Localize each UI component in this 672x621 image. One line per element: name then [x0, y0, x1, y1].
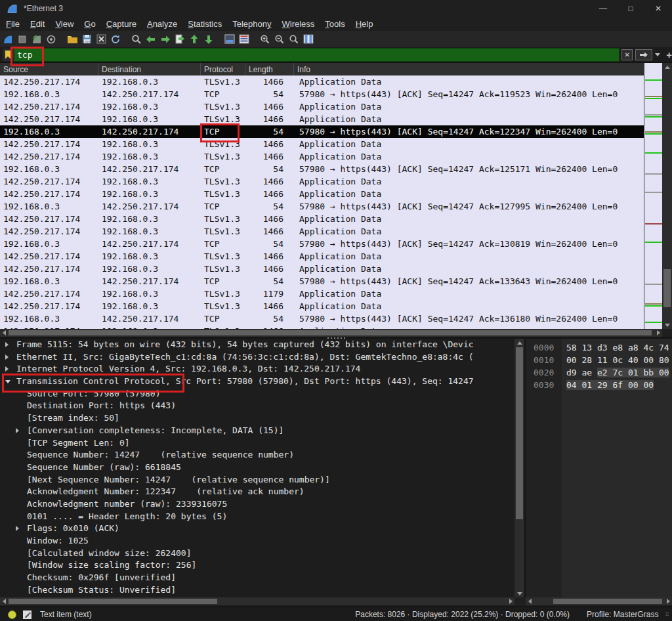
menu-analyze[interactable]: Analyze	[142, 18, 182, 30]
packet-row[interactable]: 192.168.0.3142.250.217.174TCP5457980 → h…	[0, 163, 644, 175]
detail-tree-item[interactable]: Frame 5115: 54 bytes on wire (432 bits),…	[0, 339, 514, 351]
filter-apply-icon[interactable]	[635, 49, 652, 60]
detail-tree-item[interactable]: [Stream index: 50]	[0, 412, 514, 425]
packet-row[interactable]: 142.250.217.174192.168.0.3TLSv1.31466App…	[0, 263, 644, 275]
packet-list-horizontal-scrollbar[interactable]	[0, 329, 662, 337]
hex-byte[interactable]: 00	[566, 355, 581, 365]
packet-row[interactable]: 142.250.217.174192.168.0.3TLSv1.31466App…	[0, 175, 644, 188]
expander-closed-icon[interactable]	[5, 366, 9, 372]
column-header-protocol[interactable]: Protocol	[201, 63, 245, 75]
bytes-horizontal-scrollbar[interactable]	[526, 597, 672, 605]
scroll-right-icon[interactable]	[507, 597, 514, 605]
detail-tree-item[interactable]: Ethernet II, Src: GigaByteTech_c1:cd:8a …	[0, 351, 514, 364]
scroll-left-icon[interactable]	[526, 597, 534, 605]
detail-tree-item[interactable]: Sequence Number (raw): 6618845	[0, 461, 514, 474]
hex-byte[interactable]: d3	[597, 343, 612, 353]
scroll-up-icon[interactable]	[662, 63, 672, 71]
filter-bookmark-icon[interactable]	[3, 49, 14, 61]
bytes-hscroll-thumb[interactable]	[553, 599, 662, 604]
menu-statistics[interactable]: Statistics	[183, 18, 226, 30]
packet-row[interactable]: 192.168.0.3142.250.217.174TCP5457980 → h…	[0, 200, 644, 213]
hex-byte[interactable]: 00	[659, 368, 669, 377]
hex-byte[interactable]: 00	[643, 380, 654, 390]
capture-options-icon[interactable]	[45, 33, 58, 46]
scroll-up-icon[interactable]	[514, 339, 524, 347]
zoom-out-icon[interactable]	[273, 33, 286, 46]
scroll-left-icon[interactable]	[0, 597, 8, 605]
hex-byte[interactable]: 80	[659, 355, 669, 365]
minimize-button[interactable]: —	[589, 0, 617, 17]
capture-comment-icon[interactable]	[23, 610, 32, 619]
reload-file-icon[interactable]	[109, 33, 122, 46]
hex-byte[interactable]: 00	[643, 355, 658, 365]
details-scroll-thumb[interactable]	[516, 347, 523, 519]
expander-closed-icon[interactable]	[5, 354, 9, 360]
menu-help[interactable]: Help	[351, 18, 378, 30]
column-header-destination[interactable]: Destination	[98, 63, 201, 75]
hex-byte[interactable]: 29	[597, 380, 612, 390]
packet-row[interactable]: 192.168.0.3142.250.217.174TCP5457980 → h…	[0, 275, 644, 288]
column-header-info[interactable]: Info	[294, 63, 644, 75]
scroll-right-icon[interactable]	[654, 329, 662, 337]
packet-list-scroll-thumb[interactable]	[663, 269, 671, 307]
display-filter-input[interactable]: tcp	[14, 48, 620, 62]
expander-closed-icon[interactable]	[16, 428, 19, 433]
packet-row[interactable]: 142.250.217.174192.168.0.3TLSv1.31466App…	[0, 188, 644, 200]
details-hscroll-thumb[interactable]	[9, 599, 217, 604]
packet-row[interactable]: 142.250.217.174192.168.0.3TLSv1.31466App…	[0, 250, 644, 263]
hex-byte[interactable]: 6f	[612, 380, 627, 390]
menu-edit[interactable]: Edit	[26, 18, 49, 30]
hex-byte[interactable]: 11	[597, 355, 612, 365]
detail-tree-item[interactable]: [Checksum Status: Unverified]	[0, 584, 514, 597]
hex-byte[interactable]: 28	[581, 355, 597, 365]
close-file-icon[interactable]	[94, 33, 108, 46]
expander-closed-icon[interactable]	[5, 342, 9, 347]
packet-row[interactable]: 142.250.217.174192.168.0.3TLSv1.31466App…	[0, 138, 644, 150]
menu-tools[interactable]: Tools	[320, 18, 349, 30]
go-first-packet-icon[interactable]	[188, 33, 201, 46]
hex-byte[interactable]: d9	[566, 368, 581, 377]
scroll-down-icon[interactable]	[662, 321, 672, 329]
packet-row[interactable]: 192.168.0.3142.250.217.174TCP5457980 → h…	[0, 238, 644, 250]
packet-row[interactable]: 142.250.217.174192.168.0.3TLSv1.31466App…	[0, 213, 644, 225]
stop-capture-icon[interactable]	[16, 33, 29, 46]
menu-file[interactable]: File	[1, 18, 24, 30]
packet-row[interactable]: 142.250.217.174192.168.0.3TLSv1.31466App…	[0, 300, 644, 312]
packet-row[interactable]: 142.250.217.174192.168.0.3TLSv1.31466App…	[0, 225, 644, 238]
packet-row-selected[interactable]: 192.168.0.3142.250.217.174TCP5457980 → h…	[0, 125, 644, 138]
hex-byte[interactable]: ae	[581, 368, 597, 377]
hex-byte[interactable]: 4c	[643, 343, 658, 353]
maximize-button[interactable]: □	[617, 0, 644, 17]
hex-byte[interactable]: 01	[581, 380, 597, 390]
hex-byte[interactable]: e2	[597, 368, 612, 377]
scroll-left-icon[interactable]	[0, 329, 8, 337]
hex-byte[interactable]: 04	[566, 380, 581, 390]
menu-capture[interactable]: Capture	[102, 18, 141, 30]
packet-row[interactable]: 192.168.0.3142.250.217.174TCP5457980 → h…	[0, 312, 644, 325]
packet-row[interactable]: 192.168.0.3142.250.217.174TCP5457980 → h…	[0, 88, 644, 100]
menu-telephony[interactable]: Telephony	[228, 18, 276, 30]
detail-tree-item[interactable]: 0101 .... = Header Length: 20 bytes (5)	[0, 511, 514, 523]
column-header-length[interactable]: Length	[245, 63, 294, 75]
resize-grip[interactable]: ⠿	[665, 611, 669, 618]
detail-tree-item[interactable]: Acknowledgment Number: 122347 (relative …	[0, 486, 514, 498]
expander-closed-icon[interactable]	[16, 526, 19, 531]
status-profile[interactable]: Profile: MasterGrass	[587, 610, 658, 619]
go-to-packet-icon[interactable]	[173, 33, 186, 46]
find-packet-icon[interactable]	[130, 33, 143, 46]
filter-history-chevron-icon[interactable]	[655, 53, 660, 56]
hex-byte[interactable]: 0c	[612, 355, 627, 365]
expert-info-icon[interactable]	[8, 610, 16, 619]
packet-row[interactable]: 142.250.217.174192.168.0.3TLSv1.31179App…	[0, 288, 644, 300]
go-forward-icon[interactable]	[159, 33, 172, 46]
zoom-original-icon[interactable]	[287, 33, 301, 46]
hex-byte[interactable]: 40	[628, 355, 643, 365]
detail-tree-item[interactable]: Flags: 0x010 (ACK)	[0, 523, 514, 535]
hex-byte[interactable]: 13	[581, 343, 597, 353]
filter-add-button[interactable]: +	[666, 49, 672, 60]
expander-open-icon[interactable]	[5, 380, 10, 383]
details-vertical-scrollbar[interactable]	[514, 339, 524, 597]
go-back-icon[interactable]	[144, 33, 158, 46]
menu-wireless[interactable]: Wireless	[278, 18, 320, 30]
restart-capture-icon[interactable]	[30, 33, 43, 46]
